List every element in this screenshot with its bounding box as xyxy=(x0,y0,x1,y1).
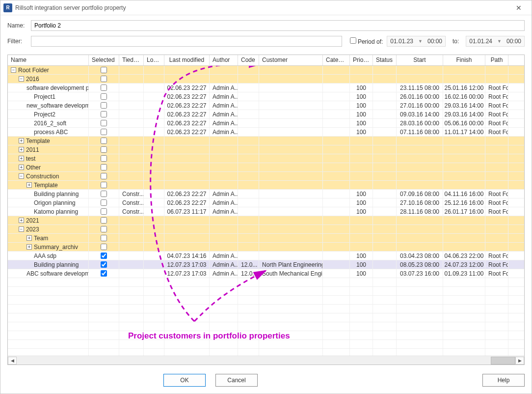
cell-name[interactable]: Project1 xyxy=(8,92,89,101)
folder-row[interactable]: +Template xyxy=(8,181,524,190)
row-checkbox[interactable] xyxy=(101,244,107,250)
cell-selected[interactable] xyxy=(89,252,119,260)
cell-selected[interactable] xyxy=(89,137,119,145)
project-row[interactable]: 2016_2_soft02.06.23 22:27Admin A...10028… xyxy=(8,119,524,128)
row-checkbox[interactable] xyxy=(101,261,107,268)
cell-name[interactable]: +Team xyxy=(8,234,89,242)
cell-name[interactable]: new_software developm xyxy=(8,101,89,110)
col-author[interactable]: Author xyxy=(210,55,238,65)
cell-selected[interactable] xyxy=(89,260,119,269)
collapse-icon[interactable]: − xyxy=(19,76,24,82)
project-row[interactable]: new_software developm02.06.23 22:27Admin… xyxy=(8,101,524,110)
project-row[interactable]: process ABC02.06.23 22:27Admin A...10007… xyxy=(8,128,524,137)
expand-icon[interactable]: + xyxy=(27,235,32,241)
cell-name[interactable]: −Root Folder xyxy=(8,66,89,74)
cell-name[interactable]: AAA sdp xyxy=(8,252,89,260)
col-category[interactable]: Category xyxy=(323,55,350,65)
cell-name[interactable]: −2016 xyxy=(8,75,89,83)
cell-name[interactable]: software development p xyxy=(8,84,89,92)
project-row[interactable]: Katomo planningConstr...06.07.23 11:17Ad… xyxy=(8,207,524,216)
expand-icon[interactable]: + xyxy=(27,182,32,188)
cell-selected[interactable] xyxy=(89,110,119,118)
chevron-down-icon[interactable]: ▼ xyxy=(416,39,425,44)
help-button[interactable]: Help xyxy=(482,374,525,387)
cell-selected[interactable] xyxy=(89,216,119,225)
folder-row[interactable]: −Root Folder xyxy=(8,66,524,75)
ok-button[interactable]: OK xyxy=(163,374,206,387)
col-name[interactable]: Name xyxy=(8,55,89,65)
cell-name[interactable]: +Other xyxy=(8,163,89,171)
col-start[interactable]: Start xyxy=(397,55,443,65)
row-checkbox[interactable] xyxy=(101,208,107,215)
folder-row[interactable]: +Other xyxy=(8,163,524,172)
folder-row[interactable]: +Team xyxy=(8,234,524,243)
folder-row[interactable]: +2011 xyxy=(8,145,524,154)
period-checkbox-label[interactable]: Period of: xyxy=(350,37,383,45)
cell-selected[interactable] xyxy=(89,154,119,163)
project-row[interactable]: software development p02.06.23 22:27Admi… xyxy=(8,84,524,92)
cell-name[interactable]: process ABC xyxy=(8,128,89,136)
project-row[interactable]: AAA sdp04.07.23 14:16Admin A...10003.04.… xyxy=(8,252,524,260)
folder-row[interactable]: +2021 xyxy=(8,216,524,225)
cell-selected[interactable] xyxy=(89,190,119,198)
col-tied[interactable]: Tied to... xyxy=(119,55,144,65)
scroll-right-icon[interactable]: ▶ xyxy=(515,357,524,365)
col-finish[interactable]: Finish xyxy=(443,55,485,65)
project-row[interactable]: Building planning12.07.23 17:03Admin A..… xyxy=(8,260,524,269)
cell-selected[interactable] xyxy=(89,66,119,74)
close-icon[interactable]: ✕ xyxy=(509,1,529,15)
scroll-left-icon[interactable]: ◀ xyxy=(8,357,17,365)
cell-name[interactable]: 2016_2_soft xyxy=(8,119,89,127)
row-checkbox[interactable] xyxy=(101,120,107,126)
row-checkbox[interactable] xyxy=(101,226,107,232)
cell-selected[interactable] xyxy=(89,181,119,189)
period-checkbox[interactable] xyxy=(350,37,356,44)
row-checkbox[interactable] xyxy=(101,199,107,206)
cell-selected[interactable] xyxy=(89,75,119,83)
cell-selected[interactable] xyxy=(89,119,119,127)
row-checkbox[interactable] xyxy=(101,67,107,73)
expand-icon[interactable]: + xyxy=(19,147,24,152)
row-checkbox[interactable] xyxy=(101,270,107,277)
period-from-date[interactable]: 01.01.23 ▼ 00:00 xyxy=(387,36,446,47)
row-checkbox[interactable] xyxy=(101,111,107,117)
cell-selected[interactable] xyxy=(89,145,119,154)
expand-icon[interactable]: + xyxy=(19,138,24,143)
collapse-icon[interactable]: − xyxy=(19,173,24,179)
cell-selected[interactable] xyxy=(89,198,119,207)
row-checkbox[interactable] xyxy=(101,253,107,259)
cell-name[interactable]: +test xyxy=(8,154,89,163)
cell-selected[interactable] xyxy=(89,92,119,101)
row-checkbox[interactable] xyxy=(101,191,107,197)
row-checkbox[interactable] xyxy=(101,164,107,170)
collapse-icon[interactable]: − xyxy=(19,226,24,232)
project-row[interactable]: Project102.06.23 22:27Admin A...10026.01… xyxy=(8,92,524,101)
row-checkbox[interactable] xyxy=(101,173,107,179)
folder-row[interactable]: −2016 xyxy=(8,75,524,84)
cell-name[interactable]: ABC software developm xyxy=(8,269,89,278)
row-checkbox[interactable] xyxy=(101,155,107,162)
cell-selected[interactable] xyxy=(89,243,119,251)
chevron-down-icon[interactable]: ▼ xyxy=(495,39,504,44)
project-row[interactable]: ABC software developm12.07.23 17:03Admin… xyxy=(8,269,524,278)
cell-name[interactable]: Project2 xyxy=(8,110,89,118)
cell-selected[interactable] xyxy=(89,128,119,136)
cell-name[interactable]: Origon planning xyxy=(8,198,89,207)
period-to-date[interactable]: 01.01.24 ▼ 00:00 xyxy=(466,36,525,47)
cell-name[interactable]: Building planning xyxy=(8,190,89,198)
collapse-icon[interactable]: − xyxy=(11,67,16,73)
col-path[interactable]: Path xyxy=(485,55,508,65)
row-checkbox[interactable] xyxy=(101,102,107,109)
scroll-thumb[interactable] xyxy=(491,357,515,365)
cell-name[interactable]: Katomo planning xyxy=(8,207,89,216)
project-row[interactable]: Origon planningConstr...02.06.23 22:27Ad… xyxy=(8,198,524,207)
name-input[interactable] xyxy=(31,20,525,31)
horizontal-scrollbar[interactable]: ◀ ▶ xyxy=(8,356,524,365)
cell-name[interactable]: +2011 xyxy=(8,145,89,154)
row-checkbox[interactable] xyxy=(101,182,107,188)
row-checkbox[interactable] xyxy=(101,217,107,224)
expand-icon[interactable]: + xyxy=(27,244,32,250)
cell-name[interactable]: Building planning xyxy=(8,260,89,269)
row-checkbox[interactable] xyxy=(101,146,107,153)
row-checkbox[interactable] xyxy=(101,138,107,144)
